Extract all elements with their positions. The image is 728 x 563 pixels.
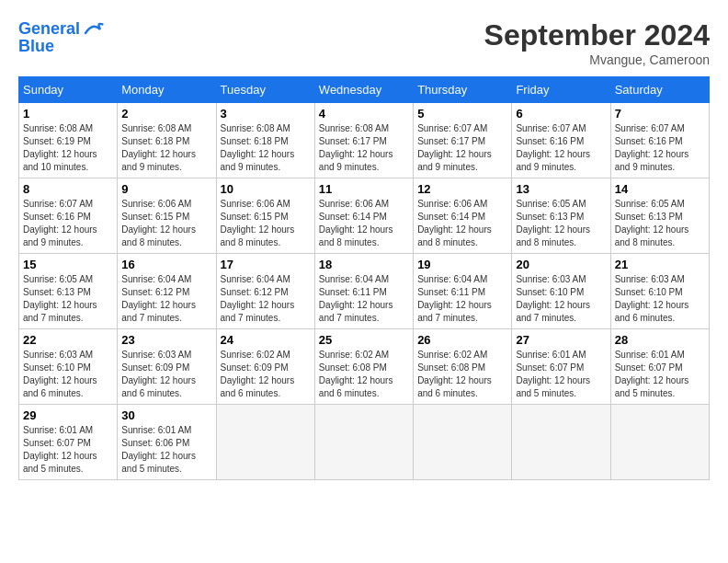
calendar-day-cell: 16 Sunrise: 6:04 AM Sunset: 6:12 PM Dayl… bbox=[118, 254, 216, 329]
day-info: Sunrise: 6:07 AM Sunset: 6:16 PM Dayligh… bbox=[23, 198, 113, 249]
day-info: Sunrise: 6:01 AM Sunset: 6:07 PM Dayligh… bbox=[516, 349, 606, 400]
calendar-week-row: 15 Sunrise: 6:05 AM Sunset: 6:13 PM Dayl… bbox=[19, 254, 710, 329]
calendar-day-cell: 21 Sunrise: 6:03 AM Sunset: 6:10 PM Dayl… bbox=[610, 254, 709, 329]
day-info: Sunrise: 6:03 AM Sunset: 6:10 PM Dayligh… bbox=[23, 349, 113, 400]
day-info: Sunrise: 6:01 AM Sunset: 6:06 PM Dayligh… bbox=[121, 424, 211, 476]
calendar-day-cell: 26 Sunrise: 6:02 AM Sunset: 6:08 PM Dayl… bbox=[414, 329, 512, 405]
calendar-day-cell: 27 Sunrise: 6:01 AM Sunset: 6:07 PM Dayl… bbox=[512, 329, 610, 405]
calendar-day-cell: 19 Sunrise: 6:04 AM Sunset: 6:11 PM Dayl… bbox=[414, 254, 512, 329]
day-number: 27 bbox=[516, 333, 606, 347]
day-number: 13 bbox=[516, 182, 606, 196]
calendar-table: SundayMondayTuesdayWednesdayThursdayFrid… bbox=[18, 76, 710, 480]
calendar-day-cell: 24 Sunrise: 6:02 AM Sunset: 6:09 PM Dayl… bbox=[216, 329, 314, 405]
calendar-day-cell: 8 Sunrise: 6:07 AM Sunset: 6:16 PM Dayli… bbox=[19, 178, 118, 254]
day-info: Sunrise: 6:01 AM Sunset: 6:07 PM Dayligh… bbox=[615, 349, 705, 400]
day-info: Sunrise: 6:04 AM Sunset: 6:11 PM Dayligh… bbox=[319, 273, 409, 325]
day-info: Sunrise: 6:02 AM Sunset: 6:09 PM Dayligh… bbox=[221, 349, 311, 400]
day-number: 21 bbox=[615, 258, 705, 271]
day-number: 8 bbox=[23, 182, 113, 196]
calendar-week-row: 29 Sunrise: 6:01 AM Sunset: 6:07 PM Dayl… bbox=[19, 405, 710, 480]
calendar-week-row: 1 Sunrise: 6:08 AM Sunset: 6:19 PM Dayli… bbox=[19, 103, 710, 178]
day-info: Sunrise: 6:06 AM Sunset: 6:14 PM Dayligh… bbox=[417, 198, 507, 249]
calendar-day-cell bbox=[512, 405, 610, 480]
day-of-week-header: Tuesday bbox=[216, 77, 314, 103]
day-number: 4 bbox=[319, 107, 409, 121]
month-title: September 2024 bbox=[484, 18, 710, 52]
calendar-day-cell: 13 Sunrise: 6:05 AM Sunset: 6:13 PM Dayl… bbox=[512, 178, 610, 254]
day-info: Sunrise: 6:02 AM Sunset: 6:08 PM Dayligh… bbox=[417, 349, 507, 400]
day-number: 25 bbox=[319, 333, 409, 347]
day-number: 17 bbox=[221, 258, 311, 271]
day-number: 7 bbox=[615, 107, 705, 121]
day-of-week-header: Monday bbox=[118, 77, 216, 103]
day-info: Sunrise: 6:07 AM Sunset: 6:17 PM Dayligh… bbox=[417, 122, 507, 174]
day-info: Sunrise: 6:03 AM Sunset: 6:10 PM Dayligh… bbox=[615, 273, 705, 325]
day-number: 15 bbox=[23, 258, 113, 271]
day-of-week-header: Thursday bbox=[414, 77, 512, 103]
day-info: Sunrise: 6:04 AM Sunset: 6:12 PM Dayligh… bbox=[121, 273, 211, 325]
logo-icon bbox=[82, 18, 104, 40]
page-header: General Blue September 2024 Mvangue, Cam… bbox=[18, 18, 710, 67]
day-number: 28 bbox=[615, 333, 705, 347]
day-number: 19 bbox=[417, 258, 507, 271]
location: Mvangue, Cameroon bbox=[484, 52, 710, 67]
calendar-day-cell: 30 Sunrise: 6:01 AM Sunset: 6:06 PM Dayl… bbox=[118, 405, 216, 480]
day-number: 14 bbox=[615, 182, 705, 196]
day-info: Sunrise: 6:08 AM Sunset: 6:18 PM Dayligh… bbox=[121, 122, 211, 174]
day-info: Sunrise: 6:07 AM Sunset: 6:16 PM Dayligh… bbox=[615, 122, 705, 174]
calendar-day-cell: 25 Sunrise: 6:02 AM Sunset: 6:08 PM Dayl… bbox=[314, 329, 413, 405]
day-of-week-header: Wednesday bbox=[314, 77, 413, 103]
calendar-day-cell: 22 Sunrise: 6:03 AM Sunset: 6:10 PM Dayl… bbox=[19, 329, 118, 405]
day-info: Sunrise: 6:06 AM Sunset: 6:15 PM Dayligh… bbox=[221, 198, 311, 249]
logo: General Blue bbox=[18, 18, 104, 56]
calendar-day-cell: 3 Sunrise: 6:08 AM Sunset: 6:18 PM Dayli… bbox=[216, 103, 314, 178]
day-number: 9 bbox=[121, 182, 211, 196]
day-info: Sunrise: 6:03 AM Sunset: 6:09 PM Dayligh… bbox=[121, 349, 211, 400]
day-number: 20 bbox=[516, 258, 606, 271]
day-info: Sunrise: 6:08 AM Sunset: 6:19 PM Dayligh… bbox=[23, 122, 113, 174]
day-number: 6 bbox=[516, 107, 606, 121]
calendar-day-cell bbox=[216, 405, 314, 480]
day-number: 26 bbox=[417, 333, 507, 347]
calendar-week-row: 8 Sunrise: 6:07 AM Sunset: 6:16 PM Dayli… bbox=[19, 178, 710, 254]
logo-text: General bbox=[18, 20, 80, 39]
calendar-day-cell: 17 Sunrise: 6:04 AM Sunset: 6:12 PM Dayl… bbox=[216, 254, 314, 329]
calendar-day-cell: 12 Sunrise: 6:06 AM Sunset: 6:14 PM Dayl… bbox=[414, 178, 512, 254]
day-of-week-header: Friday bbox=[512, 77, 610, 103]
day-of-week-header: Sunday bbox=[19, 77, 118, 103]
day-info: Sunrise: 6:03 AM Sunset: 6:10 PM Dayligh… bbox=[516, 273, 606, 325]
day-info: Sunrise: 6:05 AM Sunset: 6:13 PM Dayligh… bbox=[516, 198, 606, 249]
calendar-day-cell bbox=[414, 405, 512, 480]
calendar-day-cell bbox=[314, 405, 413, 480]
day-info: Sunrise: 6:04 AM Sunset: 6:12 PM Dayligh… bbox=[221, 273, 311, 325]
calendar-day-cell: 5 Sunrise: 6:07 AM Sunset: 6:17 PM Dayli… bbox=[414, 103, 512, 178]
day-of-week-header: Saturday bbox=[610, 77, 709, 103]
day-info: Sunrise: 6:02 AM Sunset: 6:08 PM Dayligh… bbox=[319, 349, 409, 400]
calendar-day-cell: 20 Sunrise: 6:03 AM Sunset: 6:10 PM Dayl… bbox=[512, 254, 610, 329]
day-number: 5 bbox=[417, 107, 507, 121]
title-section: September 2024 Mvangue, Cameroon bbox=[484, 18, 710, 67]
day-info: Sunrise: 6:08 AM Sunset: 6:17 PM Dayligh… bbox=[319, 122, 409, 174]
day-info: Sunrise: 6:05 AM Sunset: 6:13 PM Dayligh… bbox=[615, 198, 705, 249]
day-number: 16 bbox=[121, 258, 211, 271]
calendar-week-row: 22 Sunrise: 6:03 AM Sunset: 6:10 PM Dayl… bbox=[19, 329, 710, 405]
day-number: 23 bbox=[121, 333, 211, 347]
calendar-day-cell: 29 Sunrise: 6:01 AM Sunset: 6:07 PM Dayl… bbox=[19, 405, 118, 480]
calendar-day-cell: 14 Sunrise: 6:05 AM Sunset: 6:13 PM Dayl… bbox=[610, 178, 709, 254]
calendar-day-cell: 4 Sunrise: 6:08 AM Sunset: 6:17 PM Dayli… bbox=[314, 103, 413, 178]
day-number: 29 bbox=[23, 408, 113, 422]
day-number: 3 bbox=[221, 107, 311, 121]
calendar-day-cell: 9 Sunrise: 6:06 AM Sunset: 6:15 PM Dayli… bbox=[118, 178, 216, 254]
calendar-day-cell: 28 Sunrise: 6:01 AM Sunset: 6:07 PM Dayl… bbox=[610, 329, 709, 405]
day-number: 18 bbox=[319, 258, 409, 271]
day-number: 30 bbox=[121, 408, 211, 422]
calendar-day-cell: 1 Sunrise: 6:08 AM Sunset: 6:19 PM Dayli… bbox=[19, 103, 118, 178]
day-info: Sunrise: 6:07 AM Sunset: 6:16 PM Dayligh… bbox=[516, 122, 606, 174]
calendar-day-cell: 11 Sunrise: 6:06 AM Sunset: 6:14 PM Dayl… bbox=[314, 178, 413, 254]
day-info: Sunrise: 6:01 AM Sunset: 6:07 PM Dayligh… bbox=[23, 424, 113, 476]
calendar-day-cell: 10 Sunrise: 6:06 AM Sunset: 6:15 PM Dayl… bbox=[216, 178, 314, 254]
calendar-day-cell: 23 Sunrise: 6:03 AM Sunset: 6:09 PM Dayl… bbox=[118, 329, 216, 405]
calendar-day-cell: 2 Sunrise: 6:08 AM Sunset: 6:18 PM Dayli… bbox=[118, 103, 216, 178]
day-number: 12 bbox=[417, 182, 507, 196]
calendar-day-cell: 15 Sunrise: 6:05 AM Sunset: 6:13 PM Dayl… bbox=[19, 254, 118, 329]
